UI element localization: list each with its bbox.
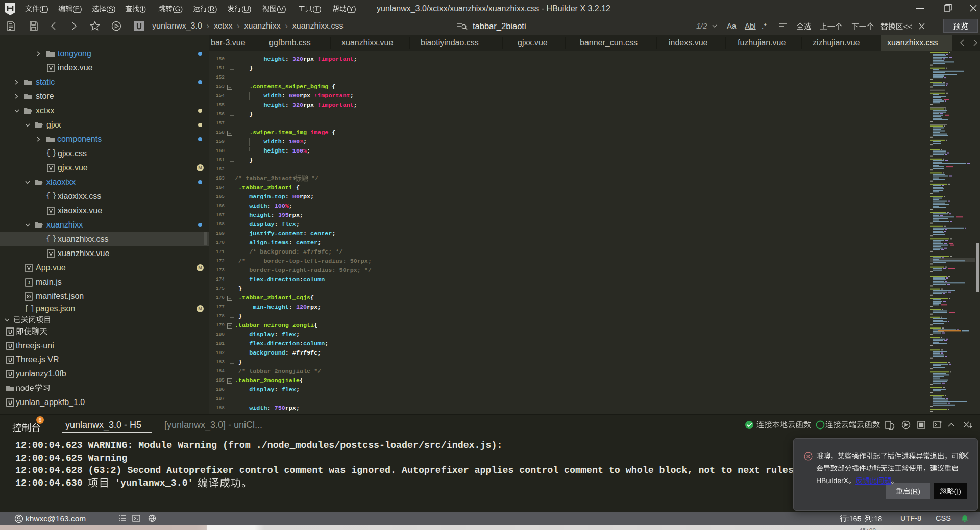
- svg-text:J: J: [28, 280, 30, 285]
